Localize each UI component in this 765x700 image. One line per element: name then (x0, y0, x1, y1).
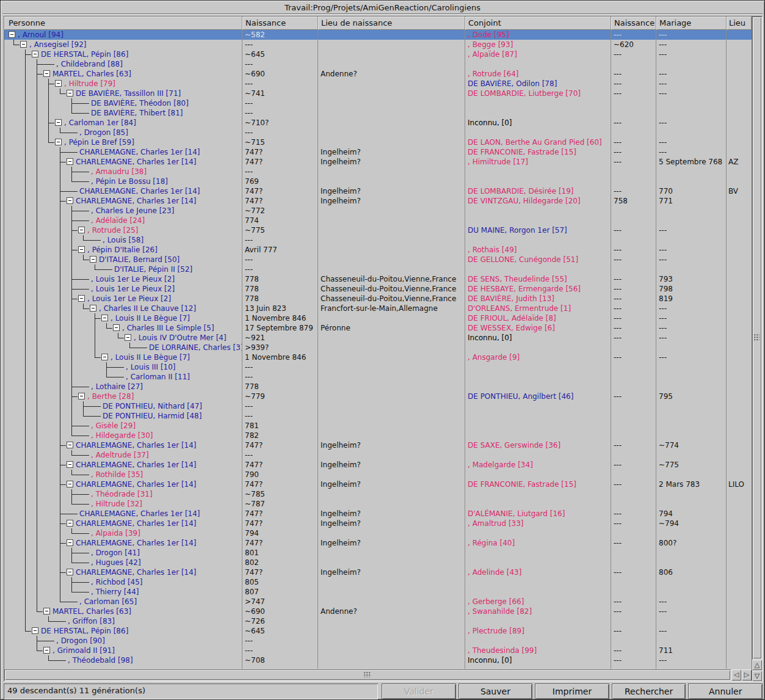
tree-row[interactable]: CHARLEMAGNE, Charles 1er [14]747?Ingelhe… (4, 538, 752, 548)
tree-row[interactable]: , Drogon [41]801 (4, 548, 752, 558)
tree-row[interactable]: , Louis III [10]--- (4, 362, 752, 372)
tree-row[interactable]: , Adélaïde [24]774 (4, 216, 752, 225)
vertical-scrollbar-thumb[interactable] (753, 17, 761, 658)
tree-row[interactable]: , Carloman [65]>747, Gerberge [66]------ (4, 597, 752, 607)
collapse-icon[interactable] (78, 294, 85, 304)
tree-row[interactable]: , Amaudru [38]--- (4, 167, 752, 177)
tree-row[interactable]: , Rotrude [25]~775DU MAINE, Rorgon 1er [… (4, 225, 752, 235)
tree-row[interactable]: , Louis II Le Bègue [7]1 Novembre 846, A… (4, 352, 752, 362)
tree-row[interactable]: , Pépin D'Italie [26]Avril 777, Rothais … (4, 245, 752, 255)
tree-row[interactable]: CHARLEMAGNE, Charles 1er [14]747?Ingelhe… (4, 479, 752, 489)
scroll-down-button[interactable]: ▽ (752, 671, 762, 681)
tree-row[interactable]: , Richbod [45]805 (4, 577, 752, 587)
tree-row[interactable]: , Drogon [85]--- (4, 128, 752, 137)
collapse-icon[interactable] (66, 196, 74, 206)
tree-row[interactable]: DE HERSTAL, Pépin [86]~645, Plectrude [8… (4, 626, 752, 636)
column-header-mariage[interactable]: Mariage (656, 16, 727, 30)
tree-row[interactable]: CHARLEMAGNE, Charles 1er [14]747?Ingelhe… (4, 519, 752, 528)
collapse-icon[interactable] (124, 333, 132, 343)
scroll-up-button[interactable]: △ (752, 660, 762, 670)
scroll-right-button[interactable]: ▷ (742, 669, 752, 680)
tree-table-body[interactable]: , Arnoul [94]~582, Dode [95]------, Anse… (4, 30, 752, 669)
tree-row[interactable]: , Hiltrude [32]~787 (4, 499, 752, 509)
tree-row[interactable]: , Louis 1er Le Pieux [2]778Chasseneuil-d… (4, 274, 752, 284)
tree-row[interactable]: , Drogon [90]--- (4, 636, 752, 646)
collapse-icon[interactable] (66, 479, 74, 489)
tree-row[interactable]: CHARLEMAGNE, Charles 1er [14]747?Ingelhe… (4, 196, 752, 206)
collapse-icon[interactable] (8, 30, 16, 40)
collapse-icon[interactable] (112, 323, 120, 333)
tree-row[interactable]: DE PONTHIEU, Nithard [47]--- (4, 401, 752, 411)
tree-row[interactable]: , Théodebald [98]~708Inconnu, [0]------ (4, 655, 752, 665)
column-header-lieu[interactable]: Lieu (727, 16, 752, 30)
collapse-icon[interactable] (66, 538, 74, 548)
rechercher-button[interactable]: Rechercher (612, 684, 686, 699)
tree-row[interactable]: MARTEL, Charles [63]~690Andenne?, Swanah… (4, 607, 752, 616)
tree-row[interactable]: DE HERSTAL, Pépin [86]~645, Alpaïde [87]… (4, 49, 752, 59)
horizontal-scrollbar-thumb[interactable] (5, 670, 730, 680)
collapse-icon[interactable] (78, 225, 85, 235)
tree-row[interactable]: , Alpaida [39]794 (4, 528, 752, 538)
valider-button[interactable]: Valider (382, 684, 456, 699)
tree-row[interactable]: , Grimoald II [91]---, Theudesinda [99]-… (4, 646, 752, 655)
scroll-left-button[interactable]: ◁ (731, 669, 741, 680)
tree-row[interactable]: , Louis 1er Le Pieux [2]778Chasseneuil-d… (4, 294, 752, 304)
tree-row[interactable]: CHARLEMAGNE, Charles 1er [14]747?Ingelhe… (4, 567, 752, 577)
tree-row[interactable]: CHARLEMAGNE, Charles 1er [14]747?Ingelhe… (4, 157, 752, 167)
tree-row[interactable]: CHARLEMAGNE, Charles 1er [14]747?Ingelhe… (4, 509, 752, 519)
tree-row[interactable]: , Gisèle [29]781 (4, 421, 752, 431)
collapse-icon[interactable] (66, 460, 74, 470)
collapse-icon[interactable] (66, 89, 74, 98)
horizontal-scrollbar[interactable]: ◁ ▷ (4, 669, 752, 681)
collapse-icon[interactable] (66, 157, 74, 167)
tree-row[interactable]: , Louis IV D'Outre Mer [4]~921Inconnu, [… (4, 333, 752, 343)
window-titlebar[interactable]: Travail:Prog/Projets/AmiGenReaction/Caro… (2, 2, 763, 14)
collapse-icon[interactable] (31, 626, 39, 636)
collapse-icon[interactable] (101, 313, 109, 323)
horizontal-scrollbar-track[interactable] (4, 669, 731, 680)
tree-row[interactable]: CHARLEMAGNE, Charles 1er [14]747?Ingelhe… (4, 186, 752, 196)
tree-row[interactable]: , Adeltrude [37]--- (4, 450, 752, 460)
tree-row[interactable]: , Arnoul [94]~582, Dode [95]------ (4, 30, 752, 40)
tree-row[interactable]: , Hiltrude [79]---DE BAVIÈRE, Odilon [78… (4, 79, 752, 89)
tree-row[interactable]: CHARLEMAGNE, Charles 1er [14]747?Ingelhe… (4, 460, 752, 470)
tree-row[interactable]: , Théodrade [31]~785 (4, 489, 752, 499)
column-header-naissance-conjoint[interactable]: Naissance (611, 16, 656, 30)
tree-row[interactable]: , Childebrand [88]--- (4, 59, 752, 69)
collapse-icon[interactable] (54, 118, 62, 128)
tree-row[interactable]: CHARLEMAGNE, Charles 1er [14]747?Ingelhe… (4, 147, 752, 157)
tree-row[interactable]: DE BAVIÈRE, Tassillon III [71]~741DE LOM… (4, 89, 752, 98)
vertical-scrollbar[interactable]: △ ▽ (752, 16, 762, 681)
tree-row[interactable]: D'ITALIE, Bernard [50]---DE GELLONE, Cun… (4, 255, 752, 264)
collapse-icon[interactable] (66, 519, 74, 528)
tree-row[interactable]: , Rothilde [35]790 (4, 470, 752, 479)
tree-row[interactable]: MARTEL, Charles [63]~690Andenne?, Rotrud… (4, 69, 752, 79)
tree-row[interactable]: , Carloman 1er [84]~710?Inconnu, [0]----… (4, 118, 752, 128)
tree-row[interactable]: , Griffon [83]~726 (4, 616, 752, 626)
column-header-lieu-naissance[interactable]: Lieu de naissance (318, 16, 465, 30)
column-header-naissance[interactable]: Naissance (242, 16, 318, 30)
tree-row[interactable]: , Louis II Le Bègue [7]1 Novembre 846DE … (4, 313, 752, 323)
tree-row[interactable]: , Berthe [28]~779DE PONTHIEU, Angilbert … (4, 392, 752, 401)
tree-row[interactable]: DE LORRAINE, Charles [3]>939? (4, 343, 752, 352)
tree-row[interactable]: D'ITALIE, Pépin II [52]--- (4, 264, 752, 274)
collapse-icon[interactable] (89, 255, 97, 264)
tree-row[interactable]: , Pépin Le Bref [59]~715DE LAON, Berthe … (4, 137, 752, 147)
collapse-icon[interactable] (78, 392, 85, 401)
vertical-scrollbar-track[interactable] (752, 16, 762, 659)
tree-row[interactable]: CHARLEMAGNE, Charles 1er [14]747?Ingelhe… (4, 440, 752, 450)
tree-row[interactable]: , Hugues [42]802 (4, 558, 752, 567)
tree-row[interactable]: DE BAVIÈRE, Théodon [80]--- (4, 98, 752, 108)
sauver-button[interactable]: Sauver (459, 684, 533, 699)
collapse-icon[interactable] (54, 79, 62, 89)
tree-row[interactable]: , Louis 1er Le Pieux [2]778Chasseneuil-d… (4, 284, 752, 294)
collapse-icon[interactable] (43, 646, 51, 655)
collapse-icon[interactable] (31, 49, 39, 59)
tree-row[interactable]: , Ansegisel [92]---, Begge [93]~620--- (4, 40, 752, 49)
tree-row[interactable]: , Pépin Le Bossu [18]769 (4, 177, 752, 186)
annuler-button[interactable]: Annuler (688, 684, 763, 699)
tree-row[interactable]: , Charles Le Jeune [23]~772 (4, 206, 752, 216)
tree-row[interactable]: , Thierry [44]807 (4, 587, 752, 597)
tree-row[interactable]: , Charles III Le Simple [5]17 Septembre … (4, 323, 752, 333)
collapse-icon[interactable] (66, 567, 74, 577)
